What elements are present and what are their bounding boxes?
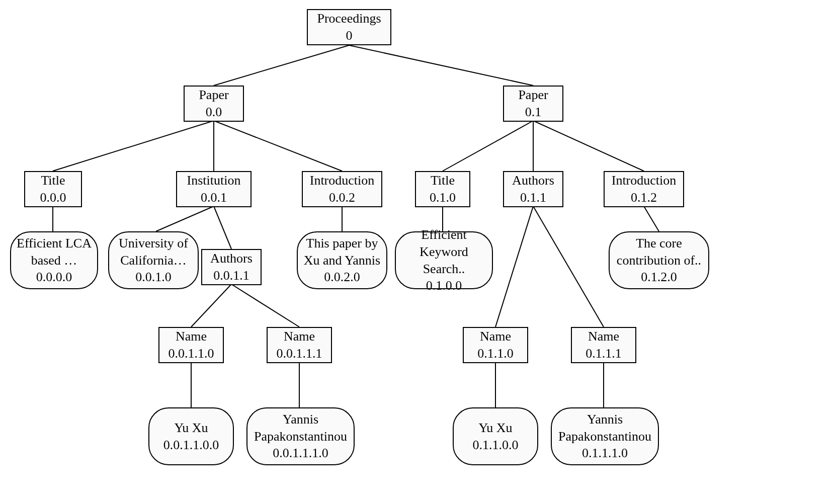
node-introduction-1: Introduction 0.1.2: [604, 171, 684, 207]
node-id: 0.0.0: [40, 189, 66, 206]
node-id: 0.1.1.0: [477, 345, 514, 362]
node-proceedings: Proceedings 0: [307, 9, 391, 45]
leaf-name-11: Yannis Papakonstantinou 0.1.1.1.0: [551, 407, 659, 465]
node-id: 0.1.1.0.0: [473, 437, 519, 454]
leaf-text: University of: [119, 235, 188, 252]
svg-line-17: [533, 206, 604, 327]
svg-line-1: [349, 45, 533, 86]
node-label: Name: [176, 328, 207, 345]
node-label: Proceedings: [317, 10, 381, 27]
node-id: 0.0: [206, 104, 222, 121]
node-id: 0.1.1: [520, 189, 546, 206]
leaf-name-01: Yannis Papakonstantinou 0.0.1.1.1.0: [246, 407, 355, 465]
leaf-text: Yu Xu: [174, 419, 208, 437]
node-id: 0.0.1: [201, 189, 227, 206]
leaf-text: contribution of..: [617, 252, 701, 269]
leaf-name-10: Yu Xu 0.1.1.0.0: [453, 407, 538, 465]
leaf-text: Yannis: [283, 411, 318, 428]
node-id: 0.0.1.1.0.0: [163, 437, 219, 454]
node-id: 0.0.1.1.1.0: [273, 445, 328, 462]
leaf-text: The core: [636, 235, 682, 252]
node-name-00: Name 0.0.1.1.0: [158, 327, 224, 363]
node-name-01: Name 0.0.1.1.1: [267, 327, 332, 363]
leaf-text: Papakonstantinou: [254, 428, 347, 445]
leaf-title-1: Efficient Keyword Search.. 0.1.0.0: [395, 231, 493, 289]
leaf-text: Xu and Yannis: [304, 252, 380, 269]
svg-line-15: [231, 284, 299, 327]
node-label: Institution: [187, 172, 241, 189]
leaf-text: Yannis: [587, 411, 623, 428]
node-title-1: Title 0.1.0: [415, 171, 470, 207]
node-id: 0.1.2.0: [641, 269, 677, 286]
node-id: 0.1.1.1.0: [582, 445, 628, 462]
node-name-10: Name 0.1.1.0: [463, 327, 528, 363]
node-label: Title: [431, 172, 455, 189]
node-introduction-0: Introduction 0.0.2: [302, 171, 382, 207]
node-id: 0.0.1.0: [135, 269, 172, 286]
node-label: Paper: [199, 87, 228, 104]
node-paper-1: Paper 0.1: [503, 86, 563, 122]
leaf-text: Efficient: [421, 226, 466, 243]
leaf-text: based …: [31, 252, 77, 269]
svg-line-0: [214, 45, 349, 86]
node-id: 0.0.1.1.0: [169, 345, 214, 362]
node-id: 0: [346, 27, 353, 44]
node-id: 0.1.2: [631, 189, 657, 206]
svg-line-10: [214, 206, 231, 249]
node-label: Authors: [210, 250, 253, 267]
node-label: Name: [588, 328, 619, 345]
node-paper-0: Paper 0.0: [184, 86, 244, 122]
node-title-0: Title 0.0.0: [24, 171, 82, 207]
node-id: 0.1.0: [430, 189, 456, 206]
node-id: 0.1: [525, 104, 542, 121]
node-id: 0.1.1.1: [586, 345, 622, 362]
node-id: 0.0.2.0: [324, 269, 360, 286]
leaf-introduction-0: This paper by Xu and Yannis 0.0.2.0: [297, 231, 387, 289]
node-label: Introduction: [310, 172, 375, 189]
svg-line-2: [53, 121, 214, 171]
node-name-11: Name 0.1.1.1: [571, 327, 636, 363]
leaf-text: Yu Xu: [478, 419, 512, 437]
node-authors-1: Authors 0.1.1: [503, 171, 563, 207]
node-institution-0: Institution 0.0.1: [176, 171, 252, 207]
node-id: 0.0.2: [329, 189, 355, 206]
leaf-introduction-1: The core contribution of.. 0.1.2.0: [609, 231, 709, 289]
svg-line-16: [495, 206, 533, 327]
node-label: Introduction: [612, 172, 677, 189]
leaf-name-00: Yu Xu 0.0.1.1.0.0: [148, 407, 234, 465]
svg-line-9: [156, 206, 214, 231]
node-id: 0.0.0.0: [36, 269, 72, 286]
svg-line-5: [443, 121, 533, 171]
leaf-title-0: Efficient LCA based … 0.0.0.0: [10, 231, 98, 289]
node-label: Name: [480, 328, 511, 345]
svg-line-4: [214, 121, 342, 171]
node-id: 0.0.1.1: [213, 267, 249, 284]
leaf-text: Keyword Search..: [401, 243, 487, 278]
leaf-text: This paper by: [306, 235, 378, 252]
leaf-institution-0: University of California… 0.0.1.0: [108, 231, 199, 289]
svg-line-7: [533, 121, 644, 171]
svg-line-14: [191, 284, 231, 327]
leaf-text: California…: [120, 252, 186, 269]
node-authors-0: Authors 0.0.1.1: [201, 249, 262, 285]
node-id: 0.0.1.1.1: [277, 345, 322, 362]
svg-line-13: [644, 206, 659, 231]
node-label: Authors: [512, 172, 554, 189]
leaf-text: Efficient LCA: [17, 235, 92, 252]
node-id: 0.1.0.0: [426, 277, 462, 294]
node-label: Name: [284, 328, 315, 345]
node-label: Paper: [518, 87, 548, 104]
node-label: Title: [41, 172, 65, 189]
leaf-text: Papakonstantinou: [558, 428, 651, 445]
